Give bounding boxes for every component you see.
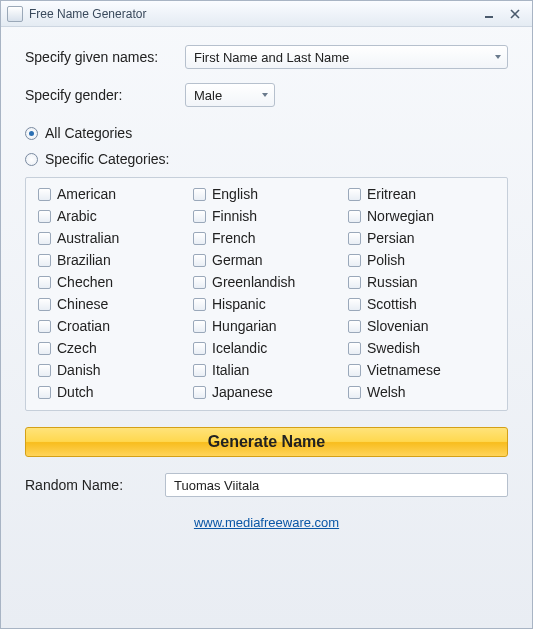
checkbox-icon — [38, 232, 51, 245]
chevron-down-icon — [495, 55, 501, 59]
close-button[interactable] — [504, 6, 526, 22]
radio-specific-label: Specific Categories: — [45, 151, 170, 167]
checkbox-icon — [193, 320, 206, 333]
random-name-value: Tuomas Viitala — [174, 478, 259, 493]
category-checkbox[interactable]: English — [193, 186, 340, 202]
category-checkbox[interactable]: Persian — [348, 230, 495, 246]
category-checkbox[interactable]: French — [193, 230, 340, 246]
chevron-down-icon — [262, 93, 268, 97]
category-label: Brazilian — [57, 252, 111, 268]
checkbox-icon — [193, 254, 206, 267]
category-checkbox[interactable]: Italian — [193, 362, 340, 378]
titlebar: Free Name Generator — [1, 1, 532, 27]
gender-select[interactable]: Male — [185, 83, 275, 107]
category-checkbox[interactable]: Australian — [38, 230, 185, 246]
checkbox-icon — [348, 276, 361, 289]
category-label: Eritrean — [367, 186, 416, 202]
checkbox-icon — [38, 276, 51, 289]
category-label: Dutch — [57, 384, 94, 400]
category-checkbox[interactable]: Chinese — [38, 296, 185, 312]
category-checkbox[interactable]: Vietnamese — [348, 362, 495, 378]
footer-link[interactable]: www.mediafreeware.com — [194, 515, 339, 530]
category-label: Greenlandish — [212, 274, 295, 290]
category-label: Icelandic — [212, 340, 267, 356]
output-label: Random Name: — [25, 477, 165, 493]
content-area: Specify given names: First Name and Last… — [1, 27, 532, 628]
category-checkbox[interactable]: German — [193, 252, 340, 268]
category-label: Croatian — [57, 318, 110, 334]
checkbox-icon — [193, 276, 206, 289]
checkbox-icon — [348, 386, 361, 399]
checkbox-icon — [193, 342, 206, 355]
category-checkbox[interactable]: Russian — [348, 274, 495, 290]
category-checkbox[interactable]: Hispanic — [193, 296, 340, 312]
generate-button[interactable]: Generate Name — [25, 427, 508, 457]
category-checkbox[interactable]: Welsh — [348, 384, 495, 400]
checkbox-icon — [38, 254, 51, 267]
checkbox-icon — [193, 188, 206, 201]
close-icon — [510, 9, 520, 19]
footer: www.mediafreeware.com — [25, 515, 508, 538]
category-label: Slovenian — [367, 318, 429, 334]
window-title: Free Name Generator — [29, 7, 146, 21]
random-name-field[interactable]: Tuomas Viitala — [165, 473, 508, 497]
minimize-button[interactable] — [478, 6, 500, 22]
checkbox-icon — [193, 232, 206, 245]
checkbox-icon — [38, 386, 51, 399]
category-checkbox[interactable]: Greenlandish — [193, 274, 340, 290]
category-checkbox[interactable]: Japanese — [193, 384, 340, 400]
checkbox-icon — [193, 298, 206, 311]
category-checkbox[interactable]: Slovenian — [348, 318, 495, 334]
radio-all-label: All Categories — [45, 125, 132, 141]
category-label: American — [57, 186, 116, 202]
category-checkbox[interactable]: Dutch — [38, 384, 185, 400]
category-label: Welsh — [367, 384, 406, 400]
radio-specific-categories[interactable]: Specific Categories: — [25, 151, 508, 167]
category-checkbox[interactable]: Swedish — [348, 340, 495, 356]
category-checkbox[interactable]: Croatian — [38, 318, 185, 334]
checkbox-icon — [38, 320, 51, 333]
checkbox-icon — [348, 210, 361, 223]
category-checkbox[interactable]: Scottish — [348, 296, 495, 312]
category-checkbox[interactable]: Norwegian — [348, 208, 495, 224]
checkbox-icon — [348, 342, 361, 355]
category-label: Japanese — [212, 384, 273, 400]
svg-rect-0 — [485, 16, 493, 18]
category-label: Swedish — [367, 340, 420, 356]
given-names-select[interactable]: First Name and Last Name — [185, 45, 508, 69]
radio-all-categories[interactable]: All Categories — [25, 125, 508, 141]
category-checkbox[interactable]: Finnish — [193, 208, 340, 224]
category-checkbox[interactable]: Icelandic — [193, 340, 340, 356]
generate-label: Generate Name — [208, 433, 325, 451]
category-label: Russian — [367, 274, 418, 290]
category-checkbox[interactable]: Eritrean — [348, 186, 495, 202]
checkbox-icon — [193, 386, 206, 399]
category-checkbox[interactable]: Chechen — [38, 274, 185, 290]
checkbox-icon — [348, 298, 361, 311]
category-checkbox[interactable]: Polish — [348, 252, 495, 268]
category-label: Scottish — [367, 296, 417, 312]
category-label: Persian — [367, 230, 414, 246]
checkbox-icon — [348, 188, 361, 201]
category-checkbox[interactable]: Arabic — [38, 208, 185, 224]
category-label: Vietnamese — [367, 362, 441, 378]
category-checkbox[interactable]: Danish — [38, 362, 185, 378]
given-names-value: First Name and Last Name — [194, 50, 349, 65]
category-checkbox[interactable]: Hungarian — [193, 318, 340, 334]
checkbox-icon — [38, 342, 51, 355]
category-label: Australian — [57, 230, 119, 246]
app-window: Free Name Generator Specify given names:… — [0, 0, 533, 629]
checkbox-icon — [193, 210, 206, 223]
category-label: German — [212, 252, 263, 268]
app-icon — [7, 6, 23, 22]
checkbox-icon — [348, 320, 361, 333]
category-checkbox[interactable]: Czech — [38, 340, 185, 356]
category-checkbox[interactable]: American — [38, 186, 185, 202]
checkbox-icon — [38, 210, 51, 223]
category-checkbox[interactable]: Brazilian — [38, 252, 185, 268]
category-label: Hungarian — [212, 318, 277, 334]
checkbox-icon — [38, 364, 51, 377]
gender-value: Male — [194, 88, 222, 103]
checkbox-icon — [348, 232, 361, 245]
checkbox-icon — [38, 298, 51, 311]
